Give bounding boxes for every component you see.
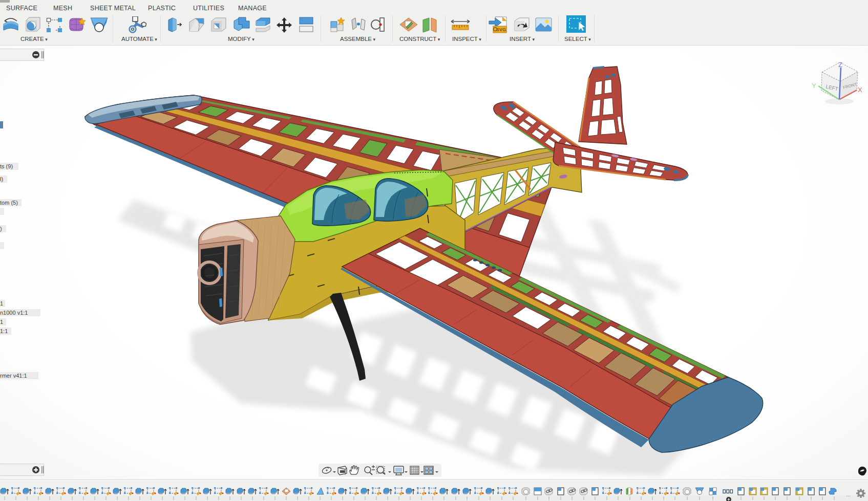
- svg-text:Z: Z: [838, 61, 842, 69]
- svg-text:...: ...: [846, 491, 851, 497]
- svg-text:X: X: [858, 86, 862, 94]
- svg-text:Y: Y: [812, 82, 816, 90]
- svg-text:SVG: SVG: [496, 27, 506, 32]
